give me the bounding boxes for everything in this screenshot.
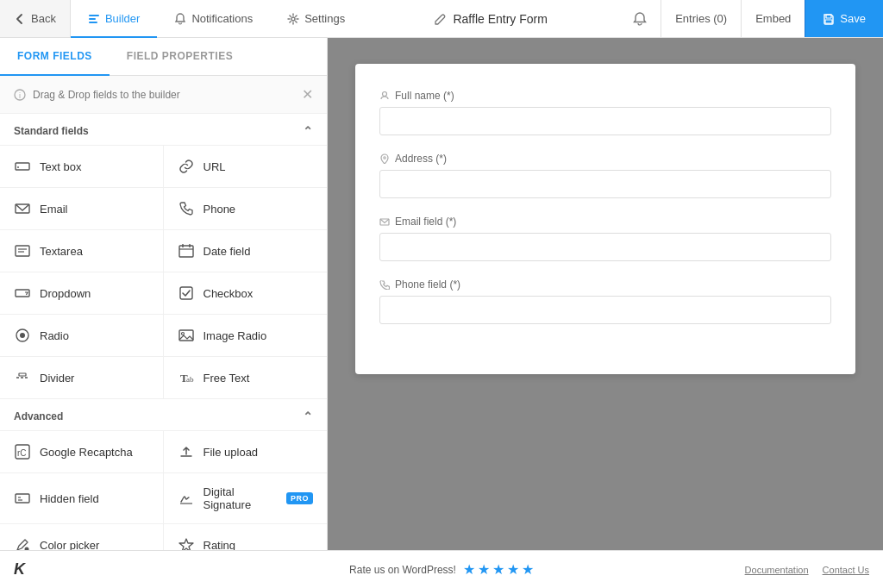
full-name-input[interactable] <box>379 107 831 135</box>
svg-rect-5 <box>825 20 832 23</box>
svg-text:rC: rC <box>17 448 27 458</box>
full-name-label-icon <box>379 91 390 101</box>
embed-button[interactable]: Embed <box>741 0 805 37</box>
field-radio[interactable]: Radio <box>0 315 164 357</box>
field-date-label: Date field <box>204 245 251 258</box>
field-file-upload[interactable]: File upload <box>164 431 328 473</box>
address-input[interactable] <box>379 170 831 198</box>
contact-link[interactable]: Contact Us <box>823 565 869 575</box>
standard-fields-chevron[interactable]: ⌃ <box>303 124 313 138</box>
field-phone[interactable]: Phone <box>164 188 328 230</box>
field-text-box[interactable]: Text box <box>0 146 164 188</box>
settings-label: Settings <box>304 12 345 25</box>
svg-point-3 <box>291 17 295 21</box>
star-4: ★ <box>507 561 519 578</box>
back-label: Back <box>31 12 56 25</box>
field-image-radio-label: Image Radio <box>204 329 267 342</box>
phone-input[interactable] <box>379 296 831 324</box>
field-signature-label: Digital Signature <box>204 485 278 511</box>
entries-label: Entries (0) <box>675 12 727 25</box>
field-email[interactable]: Email <box>0 188 164 230</box>
textbox-icon <box>14 158 31 175</box>
field-file-upload-label: File upload <box>204 446 259 459</box>
svg-text:abc: abc <box>186 375 194 384</box>
canvas-area: Full name (*) Address (*) <box>328 38 883 550</box>
advanced-fields-grid: rC Google Recaptcha File upload Hidden f… <box>0 430 327 550</box>
field-digital-signature[interactable]: Digital Signature PRO <box>164 473 328 524</box>
field-image-radio[interactable]: Image Radio <box>164 315 328 357</box>
phone-icon <box>178 200 195 217</box>
pro-badge: PRO <box>286 492 313 504</box>
rate-text: Rate us on WordPress! <box>349 564 456 576</box>
notifications-tab[interactable]: Notifications <box>157 0 270 37</box>
footer-logo: K <box>14 560 25 579</box>
url-icon <box>178 158 195 175</box>
field-url[interactable]: URL <box>164 146 328 188</box>
drag-hint-close[interactable]: ✕ <box>302 86 313 103</box>
documentation-link[interactable]: Documentation <box>745 565 809 575</box>
rating-icon <box>178 536 195 550</box>
back-icon <box>14 13 26 25</box>
form-title: Raffle Entry Form <box>453 12 547 26</box>
svg-rect-11 <box>16 246 29 256</box>
svg-text:i: i <box>19 91 21 100</box>
main-area: Form Fields Field Properties i Drag & Dr… <box>0 38 883 550</box>
radio-icon <box>14 327 31 344</box>
field-dropdown-label: Dropdown <box>40 287 91 300</box>
footer-center: Rate us on WordPress! ★ ★ ★ ★ ★ <box>349 561 534 578</box>
divider-icon <box>14 369 31 386</box>
svg-rect-19 <box>180 287 192 299</box>
form-field-phone: Phone field (*) <box>379 278 831 324</box>
field-divider[interactable]: Divider <box>0 357 164 399</box>
save-icon <box>823 13 835 25</box>
notifications-icon <box>174 13 186 25</box>
top-nav: Back Builder Notifications Settings Raff… <box>0 0 883 38</box>
date-icon <box>178 242 195 260</box>
field-checkbox-label: Checkbox <box>204 287 254 300</box>
field-textarea[interactable]: Textarea <box>0 230 164 272</box>
field-textarea-label: Textarea <box>40 245 83 258</box>
field-free-text-label: Free Text <box>204 372 250 385</box>
advanced-fields-chevron[interactable]: ⌃ <box>303 410 313 423</box>
field-hidden[interactable]: Hidden field <box>0 473 164 524</box>
field-rating[interactable]: Rating <box>164 524 328 550</box>
settings-tab[interactable]: Settings <box>270 0 362 37</box>
field-dropdown[interactable]: Dropdown <box>0 272 164 315</box>
back-button[interactable]: Back <box>0 0 71 37</box>
bell-icon <box>633 12 647 26</box>
info-icon: i <box>14 89 26 101</box>
field-radio-label: Radio <box>40 329 69 342</box>
email-input[interactable] <box>379 233 831 261</box>
builder-tab[interactable]: Builder <box>71 1 157 38</box>
field-free-text[interactable]: Tabc Free Text <box>164 357 328 399</box>
entries-button[interactable]: Entries (0) <box>661 0 741 37</box>
dropdown-icon <box>14 285 31 302</box>
bell-button[interactable] <box>619 12 661 26</box>
field-google-recaptcha[interactable]: rC Google Recaptcha <box>0 431 164 473</box>
field-checkbox[interactable]: Checkbox <box>164 272 328 315</box>
field-recaptcha-label: Google Recaptcha <box>40 446 133 459</box>
file-upload-icon <box>178 443 195 460</box>
save-button[interactable]: Save <box>805 0 883 37</box>
embed-label: Embed <box>755 12 791 25</box>
checkbox-icon <box>178 285 195 302</box>
field-url-label: URL <box>204 160 226 173</box>
footer-links: Documentation Contact Us <box>745 565 869 575</box>
svg-point-21 <box>20 333 25 338</box>
drag-hint: i Drag & Drop fields to the builder ✕ <box>0 76 327 114</box>
field-date[interactable]: Date field <box>164 230 328 272</box>
field-divider-label: Divider <box>40 372 74 385</box>
tab-field-properties[interactable]: Field Properties <box>110 38 250 75</box>
star-5: ★ <box>522 561 534 578</box>
advanced-fields-header: Advanced ⌃ <box>0 399 327 430</box>
email-icon <box>14 200 31 217</box>
footer: K Rate us on WordPress! ★ ★ ★ ★ ★ Docume… <box>0 550 883 588</box>
svg-rect-1 <box>89 18 96 20</box>
field-color-picker[interactable]: Color picker <box>0 524 164 550</box>
drag-hint-text: Drag & Drop fields to the builder <box>33 89 180 101</box>
nav-right-area: Entries (0) Embed Save <box>619 0 883 37</box>
advanced-fields-label: Advanced <box>14 410 63 422</box>
tab-form-fields[interactable]: Form Fields <box>0 38 110 76</box>
notifications-label: Notifications <box>191 12 253 25</box>
hidden-icon <box>14 490 31 507</box>
